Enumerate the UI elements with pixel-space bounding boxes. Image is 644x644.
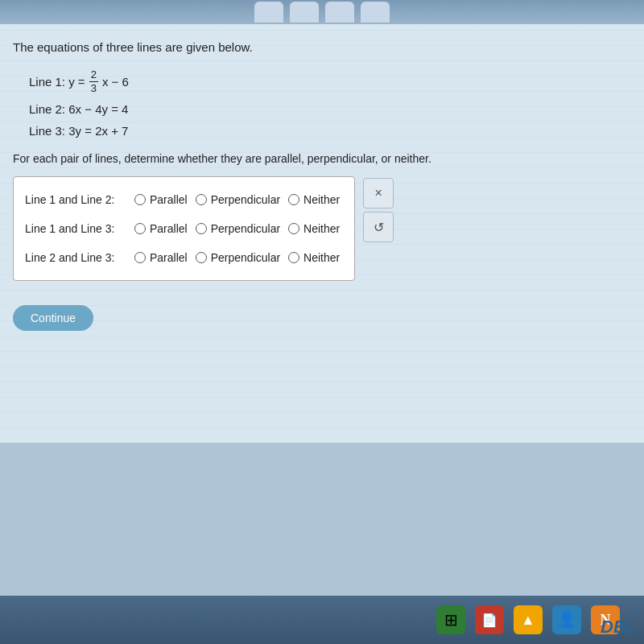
row3-perpendicular-label: Perpendicular bbox=[211, 251, 280, 264]
line2-equation: Line 2: 6x − 4y = 4 bbox=[29, 102, 628, 116]
row1-parallel-radio[interactable] bbox=[134, 194, 146, 205]
tab-4[interactable] bbox=[361, 2, 390, 23]
top-bar bbox=[0, 0, 644, 24]
docs-icon[interactable]: 📄 bbox=[475, 605, 504, 634]
row2-perpendicular-radio[interactable] bbox=[196, 223, 207, 234]
close-button[interactable]: × bbox=[363, 178, 394, 208]
instruction-text: For each pair of lines, determine whethe… bbox=[13, 152, 628, 165]
row2-neither-radio[interactable] bbox=[288, 223, 299, 234]
answer-table-wrapper: Line 1 and Line 2: Parallel Perpendicula… bbox=[13, 176, 628, 281]
undo-button[interactable]: ↺ bbox=[363, 212, 394, 242]
row3-neither-radio[interactable] bbox=[288, 252, 299, 263]
line1-equation: Line 1: y = 2 3 x − 6 bbox=[29, 68, 628, 94]
spreadsheet-icon[interactable]: ⊞ bbox=[436, 605, 465, 634]
row2-perpendicular-label: Perpendicular bbox=[211, 222, 280, 235]
line2-label: Line 2: 6x − 4y = 4 bbox=[29, 102, 128, 116]
row2-parallel-option[interactable]: Parallel bbox=[134, 222, 188, 235]
row2-perpendicular-option[interactable]: Perpendicular bbox=[196, 222, 280, 235]
row1-neither-option[interactable]: Neither bbox=[288, 193, 340, 206]
tab-2[interactable] bbox=[290, 2, 319, 23]
row2-parallel-radio[interactable] bbox=[134, 223, 146, 234]
continue-button[interactable]: Continue bbox=[13, 305, 93, 331]
row2-neither-option[interactable]: Neither bbox=[288, 222, 340, 235]
row3-neither-label: Neither bbox=[303, 251, 340, 264]
row1-neither-label: Neither bbox=[303, 193, 340, 206]
line1-fraction: 2 3 bbox=[89, 68, 98, 94]
tab-3[interactable] bbox=[325, 2, 354, 23]
row3-perpendicular-radio[interactable] bbox=[196, 252, 207, 263]
row3-parallel-option[interactable]: Parallel bbox=[134, 251, 188, 264]
fraction-denominator: 3 bbox=[89, 82, 98, 95]
row1-perpendicular-option[interactable]: Perpendicular bbox=[196, 193, 280, 206]
row1-parallel-label: Parallel bbox=[150, 193, 188, 206]
taskbar: ⊞ 📄 ▲ 👤 N DEL bbox=[0, 596, 644, 644]
table-row: Line 1 and Line 2: Parallel Perpendicula… bbox=[25, 185, 343, 214]
row1-parallel-option[interactable]: Parallel bbox=[134, 193, 188, 206]
row1-neither-radio[interactable] bbox=[288, 194, 299, 205]
row3-parallel-radio[interactable] bbox=[134, 252, 146, 263]
dell-logo: DEL bbox=[601, 617, 636, 638]
equations-block: Line 1: y = 2 3 x − 6 Line 2: 6x − 4y = … bbox=[29, 68, 628, 138]
row3-neither-option[interactable]: Neither bbox=[288, 251, 340, 264]
row2-parallel-label: Parallel bbox=[150, 222, 188, 235]
row2-neither-label: Neither bbox=[303, 222, 340, 235]
tab-1[interactable] bbox=[254, 2, 283, 23]
row-2-label: Line 1 and Line 3: bbox=[25, 222, 130, 235]
line1-label: Line 1: y = bbox=[29, 75, 85, 89]
row3-parallel-label: Parallel bbox=[150, 251, 188, 264]
side-buttons: × ↺ bbox=[363, 178, 394, 246]
line1-rest: x − 6 bbox=[102, 75, 129, 89]
line3-label: Line 3: 3y = 2x + 7 bbox=[29, 124, 128, 138]
row1-perpendicular-radio[interactable] bbox=[196, 194, 207, 205]
drive-icon[interactable]: ▲ bbox=[514, 605, 543, 634]
question-title: The equations of three lines are given b… bbox=[13, 40, 628, 54]
answer-table: Line 1 and Line 2: Parallel Perpendicula… bbox=[13, 176, 355, 281]
fraction-numerator: 2 bbox=[89, 68, 98, 82]
line3-equation: Line 3: 3y = 2x + 7 bbox=[29, 124, 628, 138]
main-content: The equations of three lines are given b… bbox=[0, 24, 644, 443]
table-row: Line 2 and Line 3: Parallel Perpendicula… bbox=[25, 243, 343, 272]
row-1-label: Line 1 and Line 2: bbox=[25, 193, 130, 206]
row1-perpendicular-label: Perpendicular bbox=[211, 193, 280, 206]
row3-perpendicular-option[interactable]: Perpendicular bbox=[196, 251, 280, 264]
row-3-label: Line 2 and Line 3: bbox=[25, 251, 130, 264]
profile-icon[interactable]: 👤 bbox=[552, 605, 581, 634]
table-row: Line 1 and Line 3: Parallel Perpendicula… bbox=[25, 214, 343, 243]
